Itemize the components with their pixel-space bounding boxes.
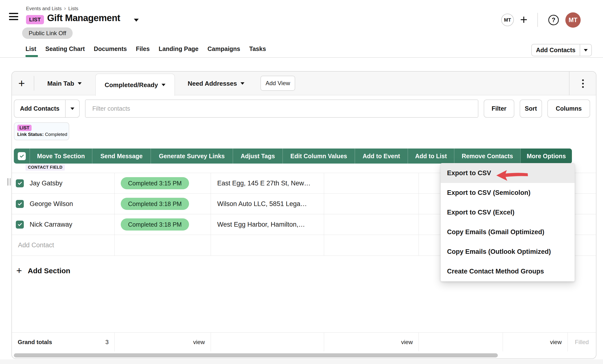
page-footer-band bbox=[0, 359, 603, 364]
address-cell[interactable]: Wilson Auto LLC, 5851 Lega… bbox=[211, 194, 324, 214]
address-cell[interactable]: East Egg, 145 E 27th St, New… bbox=[211, 173, 324, 193]
header-bottom-divider bbox=[0, 57, 603, 58]
link-status-chip[interactable]: LIST Link Status: Completed bbox=[14, 122, 69, 140]
nav-tab-landing-page[interactable]: Landing Page bbox=[159, 45, 198, 52]
add-contact-input[interactable]: Add Contact bbox=[12, 235, 115, 255]
add-new-icon[interactable]: + bbox=[518, 13, 530, 27]
add-section-button[interactable]: + Add Section bbox=[16, 265, 70, 276]
add-contacts-button-header[interactable]: Add Contacts bbox=[531, 44, 592, 56]
hamburger-icon bbox=[9, 13, 18, 14]
row-drag-handle-icon[interactable] bbox=[7, 178, 11, 186]
menu-item-copy-emails-outlook[interactable]: Copy Emails (Outlook Optimized) bbox=[441, 242, 575, 262]
view-tab-main-tab[interactable]: Main Tab bbox=[34, 72, 95, 95]
contact-name-cell[interactable]: Jay Gatsby bbox=[12, 173, 115, 193]
chip-value: Completed bbox=[45, 132, 67, 137]
status-badge: Completed 3:18 PM bbox=[121, 198, 189, 210]
row-checkbox[interactable] bbox=[16, 200, 24, 208]
menu-item-export-to-csv-semicolon[interactable]: Export to CSV (Semicolon) bbox=[441, 183, 575, 203]
nav-tab-tasks[interactable]: Tasks bbox=[249, 45, 266, 52]
more-menu-kebab-icon[interactable] bbox=[569, 72, 596, 95]
breadcrumb-separator-icon: › bbox=[64, 5, 66, 12]
nav-tab-files[interactable]: Files bbox=[136, 45, 150, 52]
workspace-avatar[interactable]: MT bbox=[501, 14, 514, 26]
status-cell[interactable]: Completed 3:18 PM bbox=[115, 194, 211, 214]
nav-tab-documents[interactable]: Documents bbox=[94, 45, 127, 52]
grand-totals-row: Grand totals 3 view view view Filled bbox=[12, 332, 596, 351]
breadcrumb-events-and-lists[interactable]: Events and Lists bbox=[26, 6, 62, 11]
filter-button[interactable]: Filter bbox=[484, 99, 514, 118]
row-checkbox[interactable] bbox=[16, 221, 24, 229]
action-edit-column-values[interactable]: Edit Column Values bbox=[283, 149, 355, 164]
contact-name-cell[interactable]: Nick Carraway bbox=[12, 214, 115, 235]
action-send-message[interactable]: Send Message bbox=[92, 149, 151, 164]
menu-button[interactable] bbox=[9, 13, 18, 20]
grand-totals-label: Grand totals bbox=[18, 339, 52, 346]
public-link-status-pill[interactable]: Public Link Off bbox=[22, 27, 73, 39]
menu-item-export-to-csv-excel[interactable]: Export to CSV (Excel) bbox=[441, 203, 575, 222]
view-tab-completed-ready[interactable]: Completed/Ready bbox=[95, 74, 175, 96]
view-link[interactable]: view bbox=[193, 339, 205, 346]
nav-tab-list[interactable]: List bbox=[25, 45, 36, 52]
add-contacts-split-caret-icon[interactable] bbox=[66, 100, 79, 117]
row-checkbox[interactable] bbox=[16, 179, 24, 187]
tab-caret-icon bbox=[241, 82, 244, 85]
header-divider bbox=[537, 13, 538, 27]
user-avatar[interactable]: MT bbox=[565, 12, 581, 28]
add-view-button[interactable]: Add View bbox=[260, 76, 295, 91]
list-toolbar: Add Contacts Filter Sort Columns bbox=[14, 99, 593, 118]
status-badge: Completed 3:15 PM bbox=[121, 177, 189, 189]
action-add-to-list[interactable]: Add to List bbox=[408, 149, 454, 164]
add-contacts-button[interactable]: Add Contacts bbox=[14, 99, 80, 118]
view-link[interactable]: view bbox=[550, 339, 562, 346]
chip-label: Link Status: bbox=[17, 132, 44, 137]
grand-totals-count: 3 bbox=[105, 339, 109, 346]
view-tab-need-addresses[interactable]: Need Addresses bbox=[175, 72, 257, 95]
active-tab-underline bbox=[25, 55, 38, 57]
menu-item-copy-emails-gmail[interactable]: Copy Emails (Gmail Optimized) bbox=[441, 222, 575, 242]
breadcrumb-lists[interactable]: Lists bbox=[68, 6, 78, 11]
action-add-to-event[interactable]: Add to Event bbox=[355, 149, 408, 164]
filter-contacts-input[interactable] bbox=[85, 99, 478, 118]
status-cell[interactable]: Completed 3:15 PM bbox=[115, 173, 211, 193]
action-generate-survey-links[interactable]: Generate Survey Links bbox=[151, 149, 233, 164]
filled-cell: Filled bbox=[568, 333, 596, 351]
plus-icon: + bbox=[16, 265, 22, 276]
action-more-options[interactable]: More Options bbox=[520, 149, 572, 164]
bulk-action-bar: Move To Section Send Message Generate Su… bbox=[14, 149, 572, 164]
page-title: Gift Management bbox=[47, 13, 120, 23]
contact-name-cell[interactable]: George Wilson bbox=[12, 194, 115, 214]
nav-tab-campaigns[interactable]: Campaigns bbox=[208, 45, 240, 52]
add-contacts-caret-icon[interactable] bbox=[580, 44, 591, 56]
columns-button[interactable]: Columns bbox=[547, 99, 590, 118]
contact-field-column-header: CONTACT FIELD bbox=[25, 164, 65, 171]
menu-item-export-to-csv[interactable]: Export to CSV bbox=[441, 163, 575, 183]
breadcrumb: Events and Lists › Lists bbox=[26, 5, 78, 12]
action-adjust-tags[interactable]: Adjust Tags bbox=[233, 149, 283, 164]
menu-item-create-contact-method-groups[interactable]: Create Contact Method Groups bbox=[441, 262, 575, 281]
action-move-to-section[interactable]: Move To Section bbox=[30, 149, 92, 164]
action-remove-contacts[interactable]: Remove Contacts bbox=[454, 149, 520, 164]
tab-caret-icon bbox=[78, 82, 82, 85]
nav-tabs: List Seating Chart Documents Files Landi… bbox=[25, 42, 266, 55]
address-cell[interactable]: West Egg Harbor, Hamilton,… bbox=[211, 214, 324, 235]
select-all-checkbox[interactable] bbox=[18, 152, 26, 160]
tab-caret-icon bbox=[162, 84, 165, 86]
view-link[interactable]: view bbox=[401, 339, 413, 346]
nav-tab-seating-chart[interactable]: Seating Chart bbox=[45, 45, 85, 52]
chip-list-badge: LIST bbox=[17, 125, 32, 131]
status-cell[interactable]: Completed 3:18 PM bbox=[115, 214, 211, 235]
more-options-menu: Export to CSV Export to CSV (Semicolon) … bbox=[441, 163, 575, 281]
sort-button[interactable]: Sort bbox=[520, 99, 542, 118]
horizontal-scrollbar[interactable] bbox=[14, 353, 498, 357]
select-all-cell bbox=[14, 149, 30, 164]
status-badge: Completed 3:18 PM bbox=[121, 218, 189, 231]
list-type-badge: LIST bbox=[26, 15, 44, 24]
add-tab-button[interactable]: + bbox=[15, 76, 28, 91]
title-dropdown-caret-icon[interactable] bbox=[134, 19, 139, 22]
help-icon[interactable]: ? bbox=[548, 15, 559, 25]
